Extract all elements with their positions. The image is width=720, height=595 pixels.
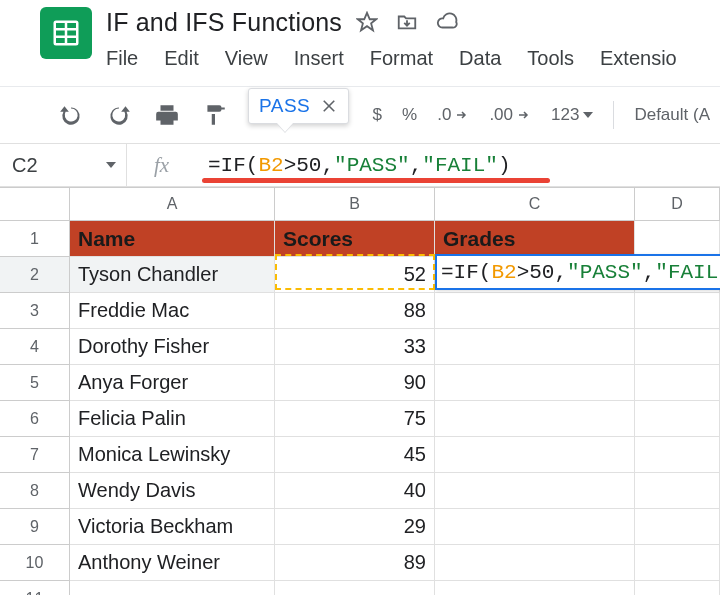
font-dropdown[interactable]: Default (A — [634, 105, 710, 125]
column-header[interactable]: A — [70, 188, 275, 221]
cell[interactable]: Dorothy Fisher — [70, 329, 275, 365]
svg-marker-4 — [358, 13, 376, 30]
cell[interactable] — [635, 365, 720, 401]
cell[interactable] — [275, 581, 435, 595]
menu-data[interactable]: Data — [459, 47, 501, 70]
cell[interactable]: Name — [70, 221, 275, 257]
cell[interactable] — [435, 437, 635, 473]
cell[interactable]: 33 — [275, 329, 435, 365]
paint-format-button[interactable] — [200, 100, 230, 130]
cell[interactable] — [435, 329, 635, 365]
row-header[interactable]: 9 — [0, 509, 70, 545]
cloud-status-icon[interactable] — [436, 11, 458, 33]
document-title[interactable]: IF and IFS Functions — [106, 8, 342, 37]
star-icon[interactable] — [356, 11, 378, 33]
column-header[interactable]: C — [435, 188, 635, 221]
formula-token: , — [643, 261, 656, 284]
cell[interactable] — [635, 437, 720, 473]
more-formats-dropdown[interactable]: 123 — [551, 105, 593, 125]
menu-bar: File Edit View Insert Format Data Tools … — [106, 47, 677, 70]
column-header[interactable]: D — [635, 188, 720, 221]
cell[interactable] — [635, 401, 720, 437]
close-icon[interactable] — [320, 97, 338, 115]
cell[interactable]: Anya Forger — [70, 365, 275, 401]
row-header[interactable]: 6 — [0, 401, 70, 437]
row-header[interactable]: 5 — [0, 365, 70, 401]
print-button[interactable] — [152, 100, 182, 130]
menu-tools[interactable]: Tools — [527, 47, 574, 70]
formula-bar-row: C2 fx =IF(B2>50, "PASS", "FAIL") — [0, 143, 720, 187]
cell[interactable] — [70, 581, 275, 595]
menu-extensions[interactable]: Extensio — [600, 47, 677, 70]
cell[interactable] — [635, 293, 720, 329]
row-header[interactable]: 4 — [0, 329, 70, 365]
formula-token: ) — [498, 154, 511, 177]
cell[interactable]: Grades — [435, 221, 635, 257]
column-header[interactable]: B — [275, 188, 435, 221]
cell[interactable]: Freddie Mac — [70, 293, 275, 329]
cell[interactable]: 75 — [275, 401, 435, 437]
cell[interactable] — [435, 365, 635, 401]
currency-format-button[interactable]: $ — [373, 105, 382, 125]
cell[interactable]: 40 — [275, 473, 435, 509]
active-cell-editor[interactable]: =IF(B2>50, "PASS", "FAIL — [435, 254, 720, 290]
spreadsheet-grid[interactable]: A B C D 1 Name Scores Grades 2Tyson Chan… — [0, 187, 720, 595]
cell[interactable] — [435, 401, 635, 437]
formula-token: , — [410, 154, 423, 177]
cell[interactable] — [435, 545, 635, 581]
cell[interactable] — [435, 293, 635, 329]
formula-bar[interactable]: =IF(B2>50, "PASS", "FAIL") — [196, 144, 720, 186]
cell[interactable] — [635, 221, 720, 257]
cell[interactable]: Anthony Weiner — [70, 545, 275, 581]
cell[interactable]: Monica Lewinsky — [70, 437, 275, 473]
row-header[interactable]: 1 — [0, 221, 70, 257]
cell[interactable]: Tyson Chandler — [70, 257, 275, 293]
cell[interactable] — [635, 509, 720, 545]
formula-token: >50, — [517, 261, 567, 284]
menu-edit[interactable]: Edit — [164, 47, 198, 70]
redo-button[interactable] — [104, 100, 134, 130]
select-all-corner[interactable] — [0, 188, 70, 221]
row-header[interactable]: 10 — [0, 545, 70, 581]
move-to-folder-icon[interactable] — [396, 11, 418, 33]
menu-file[interactable]: File — [106, 47, 138, 70]
cell[interactable]: 45 — [275, 437, 435, 473]
row-header[interactable]: 3 — [0, 293, 70, 329]
fx-icon: fx — [126, 144, 196, 186]
cell[interactable]: Wendy Davis — [70, 473, 275, 509]
cell[interactable]: 52 — [275, 257, 435, 293]
cell[interactable] — [635, 545, 720, 581]
cell[interactable] — [435, 473, 635, 509]
row-header[interactable]: 7 — [0, 437, 70, 473]
cell[interactable] — [435, 581, 635, 595]
increase-decimal-button[interactable]: .00 — [489, 105, 531, 125]
formula-token: "PASS" — [567, 261, 643, 284]
decrease-decimal-button[interactable]: .0 — [437, 105, 469, 125]
row-header[interactable]: 2 — [0, 257, 70, 293]
cell[interactable] — [635, 473, 720, 509]
cell[interactable]: Felicia Palin — [70, 401, 275, 437]
sheets-app-icon[interactable] — [40, 7, 92, 59]
percent-format-button[interactable]: % — [402, 105, 417, 125]
name-box-value: C2 — [12, 154, 38, 177]
cell[interactable]: 29 — [275, 509, 435, 545]
cell[interactable]: Scores — [275, 221, 435, 257]
cell[interactable]: 89 — [275, 545, 435, 581]
cell[interactable] — [435, 509, 635, 545]
formula-token: "FAIL — [655, 261, 718, 284]
formula-token: =IF — [441, 261, 479, 284]
cell[interactable] — [635, 581, 720, 595]
menu-view[interactable]: View — [225, 47, 268, 70]
undo-button[interactable] — [56, 100, 86, 130]
titlebar: IF and IFS Functions File Edit View Inse… — [0, 0, 720, 80]
chevron-down-icon — [583, 112, 593, 118]
cell[interactable]: Victoria Beckham — [70, 509, 275, 545]
menu-format[interactable]: Format — [370, 47, 433, 70]
name-box[interactable]: C2 — [0, 144, 126, 186]
cell[interactable]: 90 — [275, 365, 435, 401]
cell[interactable]: 88 — [275, 293, 435, 329]
cell[interactable] — [635, 329, 720, 365]
menu-insert[interactable]: Insert — [294, 47, 344, 70]
row-header[interactable]: 11 — [0, 581, 70, 595]
row-header[interactable]: 8 — [0, 473, 70, 509]
